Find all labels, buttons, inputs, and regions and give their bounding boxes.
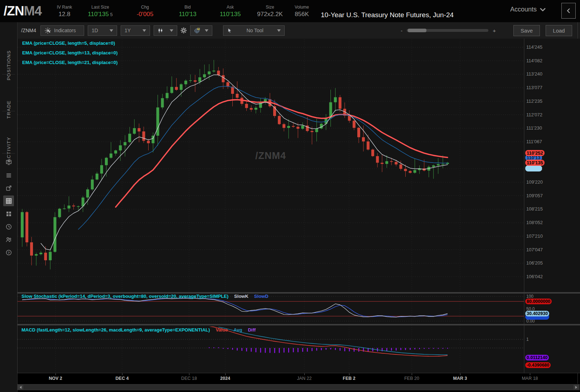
load-button[interactable]: Load [546, 25, 572, 36]
chevron-down-icon [540, 8, 546, 12]
header-stat-size: Size972x2.2K [252, 5, 288, 18]
chart-canvas [17, 39, 580, 374]
time-axis-label: MAR 3 [453, 376, 467, 381]
macd-series-diff: Diff [248, 327, 256, 333]
instrument-description: 10-Year U.S. Treasury Note Futures, Jun-… [321, 11, 454, 22]
sidebar-grid-chart-icon[interactable] [3, 195, 14, 206]
stat-value: 110'135 [220, 11, 241, 18]
macd-legend: MACD (fastLength=12, slowLength=26, macd… [21, 327, 256, 333]
time-axis-label: FEB 20 [404, 376, 419, 381]
time-axis-label: NOV 2 [49, 376, 62, 381]
collapse-panel-button[interactable] [561, 3, 576, 19]
chart-settings-button[interactable] [180, 27, 187, 34]
scroll-left-button[interactable] [18, 385, 23, 389]
time-axis-label: DEC 4 [116, 376, 129, 381]
indicators-button[interactable]: Indicators [40, 25, 84, 36]
header: /ZNM4 IV Rank12.8Last Size110'135 5Chg-0… [0, 0, 580, 23]
ema-study-label[interactable]: EMA (price=CLOSE, length=21, displace=0) [22, 60, 117, 65]
compare-dropdown[interactable] [190, 25, 212, 36]
stat-value: 110'13 [179, 11, 196, 18]
stat-value: 12.8 [58, 11, 70, 18]
triangle-left-icon [20, 386, 21, 389]
timeframe-dropdown[interactable]: 1D [88, 25, 117, 36]
macd-series-avg: Avg [233, 327, 242, 333]
sidebar-order-ticket-icon[interactable] [3, 183, 14, 193]
sidebar-divider [2, 74, 15, 74]
horizontal-scrollbar[interactable] [17, 384, 580, 390]
chevron-down-icon [170, 29, 173, 32]
symbol-root: /ZN [4, 4, 24, 18]
macd-series-value: Value [216, 327, 228, 333]
sidebar-dashboard-icon[interactable] [3, 208, 14, 219]
stat-value: 972x2.2K [257, 11, 283, 18]
stoch-series-slowd: SlowD [254, 294, 269, 299]
svg-text:?: ? [8, 250, 10, 254]
sidebar-help-icon[interactable]: ? [3, 247, 14, 258]
indicators-icon [44, 27, 51, 34]
stat-value: 856K [295, 11, 309, 18]
accounts-label: Accounts [510, 6, 537, 13]
stat-value: 110'135 5 [88, 11, 113, 18]
header-stat-bid: Bid110'13 [167, 5, 208, 18]
gear-icon [180, 27, 187, 34]
stat-label: Size [266, 5, 274, 10]
scroll-right-button[interactable] [574, 385, 579, 389]
stat-label: Bid [184, 5, 190, 10]
sidebar-tab-positions[interactable]: POSITIONS [0, 50, 17, 82]
triangle-right-icon [575, 386, 577, 389]
candlestick-chart-icon [158, 28, 164, 34]
stat-label: Ask [227, 5, 234, 10]
trading-app: /ZNM4 IV Rank12.8Last Size110'135 5Chg-0… [0, 0, 580, 392]
ema-study-label[interactable]: EMA (price=CLOSE, length=5, displace=0) [22, 40, 115, 46]
time-axis-label: FEB 2 [343, 376, 355, 381]
stat-label: Volume [295, 5, 309, 10]
save-button[interactable]: Save [513, 25, 540, 36]
sidebar-divider [2, 111, 15, 111]
chevron-down-icon [205, 29, 208, 32]
sidebar-tab-trade[interactable]: TRADE [0, 100, 17, 120]
macd-study-label[interactable]: MACD (fastLength=12, slowLength=26, macd… [21, 327, 210, 333]
accounts-menu[interactable]: Accounts [510, 6, 546, 13]
sidebar-divider [2, 153, 15, 154]
header-stats: IV Rank12.8Last Size110'135 5Chg-0'005Bi… [52, 5, 316, 18]
globe-note-icon [194, 27, 200, 34]
sidebar-list-icon[interactable] [3, 170, 14, 180]
zoom-slider-thumb[interactable] [408, 29, 426, 32]
header-stat-chg: Chg-0'005 [123, 5, 167, 18]
range-dropdown[interactable]: 1Y [121, 25, 150, 36]
chart-toolbar: /ZNM4 Indicators 1D 1Y [18, 22, 580, 39]
time-axis-label: DEC 18 [181, 376, 197, 381]
stat-value: -0'005 [137, 11, 154, 18]
chevron-down-icon [110, 29, 113, 32]
header-stat-volume: Volume856K [288, 5, 316, 18]
stat-label: IV Rank [57, 5, 72, 10]
instrument-symbol: /ZNM4 [4, 4, 42, 19]
chart-type-dropdown[interactable] [154, 25, 177, 36]
sidebar-users-icon[interactable] [3, 234, 14, 245]
time-axis-label: 2024 [220, 376, 230, 381]
stoch-study-label[interactable]: Slow Stochastic (kPeriod=14, dPeriod=3, … [21, 294, 228, 299]
ema-study-label[interactable]: EMA (price=CLOSE, length=13, displace=0) [22, 50, 117, 55]
header-stat-last-size: Last Size110'135 5 [77, 5, 123, 18]
chevron-down-icon [277, 29, 281, 32]
time-axis-label: MAR 18 [522, 376, 538, 381]
cursor-icon [227, 28, 233, 34]
zoom-control: - + [401, 28, 496, 34]
zoom-out-button[interactable]: - [401, 28, 402, 34]
stat-label: Chg [141, 5, 149, 10]
time-axis-label: JAN 22 [297, 376, 312, 381]
header-stat-ask: Ask110'135 [208, 5, 252, 18]
left-sidebar: POSITIONSTRADEACTIVITY? [0, 22, 18, 392]
sidebar-clock-icon[interactable] [3, 221, 14, 232]
zoom-in-button[interactable]: + [493, 28, 496, 34]
zoom-slider[interactable] [407, 29, 488, 32]
drawing-tool-dropdown[interactable]: No Tool [223, 25, 285, 36]
stoch-series-slowk: SlowK [234, 294, 248, 299]
chevron-down-icon [142, 29, 146, 32]
header-stat-iv-rank: IV Rank12.8 [52, 5, 77, 18]
stoch-legend: Slow Stochastic (kPeriod=14, dPeriod=3, … [21, 294, 269, 299]
sidebar-monitor-icon[interactable] [3, 157, 14, 168]
chart-symbol-label: /ZNM4 [21, 28, 36, 33]
stat-label: Last Size [91, 5, 109, 10]
symbol-month: M4 [24, 4, 42, 18]
